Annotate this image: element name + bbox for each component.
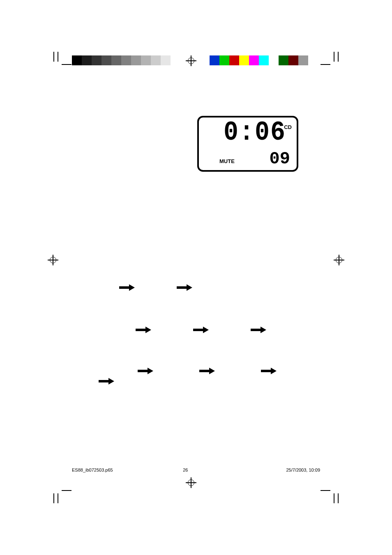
crop-mark-bottom-right: [332, 483, 353, 503]
lcd-time-value: 0:06: [224, 119, 286, 146]
arrow-row-1: [119, 284, 193, 291]
registration-mark-top: [186, 55, 196, 66]
swatch: [121, 55, 131, 65]
swatch: [229, 55, 239, 65]
arrow-icon: [251, 327, 267, 333]
swatch: [239, 55, 249, 65]
footer-page-number: 26: [183, 467, 188, 472]
swatch: [141, 55, 151, 65]
footer-filename: ES88_ib072503.p65: [72, 467, 113, 472]
print-footer: ES88_ib072503.p65 26 25/7/2003, 10:09: [72, 467, 320, 472]
swatch: [269, 55, 279, 65]
arrow-icon: [99, 378, 115, 385]
arrow-icon: [177, 284, 193, 291]
arrow-icon: [199, 368, 216, 374]
swatch: [92, 55, 101, 65]
grayscale-swatch-strip: [72, 55, 180, 65]
arrow-row-3: [138, 368, 277, 374]
swatch: [288, 55, 298, 65]
swatch: [279, 55, 288, 65]
swatch: [298, 55, 308, 65]
registration-mark-right: [334, 255, 344, 265]
lcd-mode-indicator: CD: [284, 124, 292, 130]
swatch: [219, 55, 229, 65]
swatch: [249, 55, 259, 65]
arrow-row-2: [136, 327, 267, 333]
registration-mark-left: [48, 255, 58, 265]
arrow-icon: [119, 284, 136, 291]
swatch: [111, 55, 121, 65]
swatch: [151, 55, 161, 65]
crop-mark-top-left: [39, 52, 60, 72]
arrow-row-3b: [99, 378, 115, 385]
footer-datetime: 25/7/2003, 10:09: [286, 467, 320, 472]
swatch: [101, 55, 111, 65]
crop-mark-bottom-left: [39, 483, 60, 503]
crop-mark-top-right: [332, 52, 353, 72]
lcd-mute-indicator: MUTE: [219, 158, 235, 164]
arrow-icon: [193, 327, 210, 333]
swatch: [82, 55, 92, 65]
swatch: [259, 55, 269, 65]
swatch: [210, 55, 219, 65]
lcd-track-number: 09: [270, 150, 290, 168]
arrow-icon: [261, 368, 277, 374]
swatch: [72, 55, 82, 65]
arrow-icon: [138, 368, 154, 374]
registration-mark-bottom: [186, 477, 196, 488]
color-swatch-strip: [210, 55, 308, 65]
swatch: [131, 55, 141, 65]
lcd-time: 0:06: [224, 120, 286, 145]
lcd-display: 0:06 CD MUTE 09: [197, 116, 298, 172]
arrow-icon: [136, 327, 152, 333]
swatch: [161, 55, 171, 65]
swatch: [171, 55, 180, 65]
